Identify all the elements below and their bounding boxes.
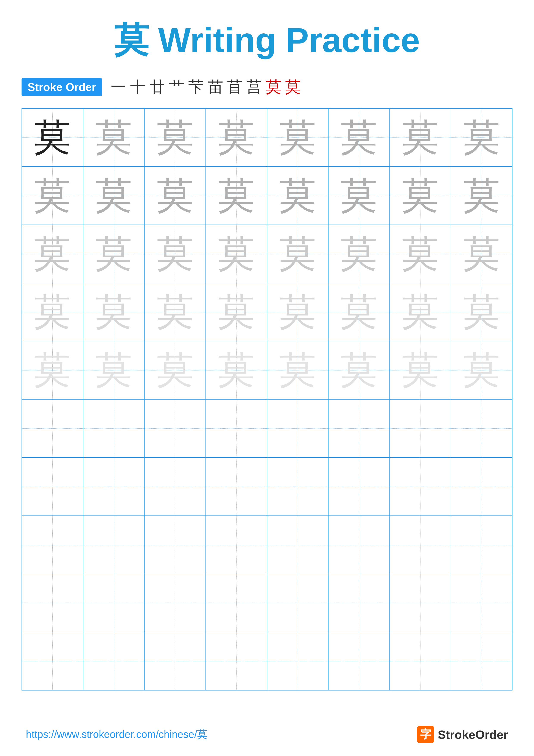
- grid-cell: 莫: [328, 225, 390, 283]
- practice-char: 莫: [463, 119, 500, 156]
- grid-cell: 莫: [451, 225, 512, 283]
- practice-char: 莫: [95, 352, 132, 389]
- stroke-4: 艹: [169, 77, 184, 97]
- grid-cell: 莫: [22, 108, 83, 167]
- practice-char: 莫: [95, 177, 132, 214]
- grid-cell: 莫: [328, 341, 390, 399]
- practice-char: 莫: [279, 294, 316, 330]
- practice-char: 莫: [34, 177, 71, 214]
- grid-cell: [83, 574, 144, 632]
- stroke-3: 廿: [149, 77, 165, 97]
- stroke-9: 莫: [266, 77, 281, 97]
- grid-cell: [22, 516, 83, 574]
- footer-url[interactable]: https://www.strokeorder.com/chinese/莫: [26, 728, 207, 741]
- grid-cell: 莫: [390, 167, 451, 225]
- grid-cell: 莫: [144, 108, 206, 167]
- grid-row-8: [22, 516, 512, 574]
- grid-cell: 莫: [206, 341, 267, 399]
- grid-row-5: 莫 莫 莫 莫 莫 莫 莫: [22, 341, 512, 399]
- grid-cell: [144, 399, 206, 458]
- grid-cell: 莫: [267, 283, 328, 341]
- grid-cell: 莫: [83, 108, 144, 167]
- grid-cell: 莫: [267, 108, 328, 167]
- practice-char: 莫: [402, 119, 439, 156]
- grid-row-2: 莫 莫 莫 莫 莫 莫 莫: [22, 167, 512, 225]
- grid-cell: [267, 399, 328, 458]
- grid-cell: [83, 632, 144, 690]
- grid-cell: 莫: [451, 283, 512, 341]
- grid-cell: [328, 399, 390, 458]
- grid-cell: [390, 399, 451, 458]
- stroke-8: 莒: [246, 77, 262, 97]
- strokeorder-logo-icon: 字: [417, 726, 434, 743]
- grid-cell: [83, 458, 144, 516]
- practice-char: 莫: [157, 294, 193, 330]
- stroke-7: 苜: [227, 77, 242, 97]
- grid-cell: [22, 632, 83, 690]
- practice-char: 莫: [279, 352, 316, 389]
- grid-cell: 莫: [144, 283, 206, 341]
- practice-char: 莫: [34, 235, 71, 272]
- practice-char: 莫: [157, 119, 193, 156]
- title-chinese: 莫: [114, 21, 149, 59]
- grid-cell: 莫: [451, 341, 512, 399]
- grid-cell: [144, 574, 206, 632]
- grid-cell: [206, 574, 267, 632]
- practice-char: 莫: [341, 352, 377, 389]
- practice-char: 莫: [95, 294, 132, 330]
- grid-cell: [206, 516, 267, 574]
- page-title: 莫 Writing Practice: [114, 17, 420, 64]
- stroke-sequence: 一 十 廿 艹 芐 苗 苜 莒 莫 莫: [111, 77, 301, 97]
- grid-cell: 莫: [267, 167, 328, 225]
- grid-cell: [267, 516, 328, 574]
- practice-char: 莫: [157, 352, 193, 389]
- stroke-1: 一: [111, 77, 126, 97]
- practice-char: 莫: [402, 235, 439, 272]
- grid-cell: [451, 574, 512, 632]
- grid-cell: 莫: [267, 225, 328, 283]
- grid-cell: [451, 632, 512, 690]
- grid-cell: [22, 458, 83, 516]
- practice-char: 莫: [157, 235, 193, 272]
- footer-logo-text: StrokeOrder: [438, 728, 508, 742]
- grid-cell: [206, 399, 267, 458]
- practice-char: 莫: [402, 352, 439, 389]
- grid-cell: [83, 516, 144, 574]
- practice-char: 莫: [34, 352, 71, 389]
- practice-char: 莫: [463, 177, 500, 214]
- grid-cell: 莫: [83, 341, 144, 399]
- grid-cell: 莫: [267, 341, 328, 399]
- grid-cell: 莫: [22, 341, 83, 399]
- practice-char: 莫: [402, 294, 439, 330]
- grid-row-7: [22, 458, 512, 516]
- grid-cell: [390, 574, 451, 632]
- grid-cell: [328, 632, 390, 690]
- practice-char: 莫: [218, 294, 255, 330]
- grid-cell: [267, 458, 328, 516]
- grid-cell: 莫: [390, 341, 451, 399]
- practice-char: 莫: [279, 119, 316, 156]
- grid-row-3: 莫 莫 莫 莫 莫 莫 莫: [22, 225, 512, 283]
- practice-char: 莫: [402, 177, 439, 214]
- grid-cell: 莫: [206, 283, 267, 341]
- practice-char: 莫: [218, 177, 255, 214]
- grid-row-10: [22, 632, 512, 690]
- grid-cell: 莫: [83, 167, 144, 225]
- grid-cell: 莫: [83, 225, 144, 283]
- grid-cell: 莫: [83, 283, 144, 341]
- grid-cell: 莫: [451, 167, 512, 225]
- grid-cell: [22, 399, 83, 458]
- grid-cell: 莫: [451, 108, 512, 167]
- grid-cell: 莫: [390, 225, 451, 283]
- grid-cell: [144, 516, 206, 574]
- practice-char: 莫: [218, 235, 255, 272]
- title-english: Writing Practice: [149, 21, 420, 59]
- grid-cell: [328, 458, 390, 516]
- grid-cell: [206, 632, 267, 690]
- grid-cell: [328, 516, 390, 574]
- practice-char: 莫: [341, 119, 377, 156]
- practice-char: 莫: [34, 119, 71, 156]
- grid-cell: [267, 574, 328, 632]
- grid-cell: [451, 458, 512, 516]
- practice-char: 莫: [95, 119, 132, 156]
